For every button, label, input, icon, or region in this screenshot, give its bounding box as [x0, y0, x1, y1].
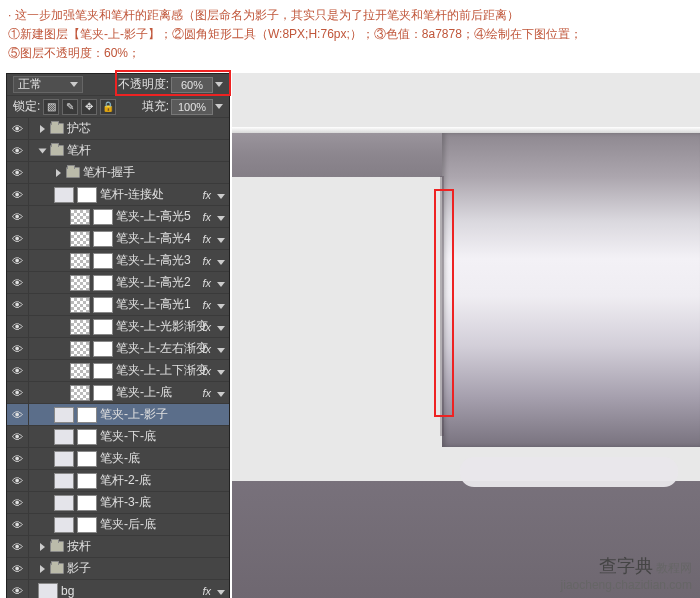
layer-name[interactable]: 笔夹-后-底	[100, 516, 156, 533]
chevron-down-icon[interactable]	[215, 82, 223, 87]
visibility-toggle[interactable]: 👁	[7, 206, 29, 228]
fx-badge[interactable]: fx	[202, 365, 225, 377]
layer-thumbnail[interactable]	[54, 451, 74, 467]
layer-name[interactable]: bg	[61, 584, 74, 598]
opacity-input[interactable]: 60%	[171, 77, 213, 93]
layer-mask-thumbnail[interactable]	[93, 297, 113, 313]
visibility-toggle[interactable]: 👁	[7, 558, 29, 580]
fx-badge[interactable]: fx	[202, 299, 225, 311]
layer-mask-thumbnail[interactable]	[93, 319, 113, 335]
layer-row[interactable]: 👁笔夹-上-高光1fx	[7, 294, 229, 316]
layer-row[interactable]: 👁笔夹-上-影子	[7, 404, 229, 426]
disclosure-arrow-icon[interactable]	[40, 125, 45, 133]
layer-row[interactable]: 👁笔夹-下-底	[7, 426, 229, 448]
layer-name[interactable]: 笔夹-上-高光3	[116, 252, 191, 269]
layer-thumbnail[interactable]	[54, 187, 74, 203]
layer-mask-thumbnail[interactable]	[77, 451, 97, 467]
layer-name[interactable]: 笔夹-下-底	[100, 428, 156, 445]
layer-mask-thumbnail[interactable]	[93, 209, 113, 225]
layer-row[interactable]: 👁笔夹-后-底	[7, 514, 229, 536]
layer-thumbnail[interactable]	[70, 363, 90, 379]
layer-row[interactable]: 👁笔夹-上-高光3fx	[7, 250, 229, 272]
visibility-toggle[interactable]: 👁	[7, 536, 29, 558]
layer-row[interactable]: 👁影子	[7, 558, 229, 580]
layer-row[interactable]: 👁笔杆-3-底	[7, 492, 229, 514]
layer-name[interactable]: 笔夹-上-高光4	[116, 230, 191, 247]
layer-thumbnail[interactable]	[54, 407, 74, 423]
layer-name[interactable]: 笔夹-上-左右渐变	[116, 340, 208, 357]
layer-thumbnail[interactable]	[70, 275, 90, 291]
layer-thumbnail[interactable]	[54, 473, 74, 489]
lock-all-icon[interactable]: 🔒	[100, 99, 116, 115]
fx-badge[interactable]: fx	[202, 387, 225, 399]
visibility-toggle[interactable]: 👁	[7, 382, 29, 404]
layer-mask-thumbnail[interactable]	[77, 429, 97, 445]
layer-name[interactable]: 笔杆-3-底	[100, 494, 151, 511]
visibility-toggle[interactable]: 👁	[7, 360, 29, 382]
layer-row[interactable]: 👁护芯	[7, 118, 229, 140]
visibility-toggle[interactable]: 👁	[7, 426, 29, 448]
layer-row[interactable]: 👁笔夹-上-高光4fx	[7, 228, 229, 250]
layer-row[interactable]: 👁笔夹-上-底fx	[7, 382, 229, 404]
layer-row[interactable]: 👁笔夹-上-高光5fx	[7, 206, 229, 228]
layer-row[interactable]: 👁bgfx	[7, 580, 229, 598]
layer-mask-thumbnail[interactable]	[77, 517, 97, 533]
layer-thumbnail[interactable]	[70, 253, 90, 269]
layer-name[interactable]: 笔夹-上-底	[116, 384, 172, 401]
layer-thumbnail[interactable]	[70, 319, 90, 335]
fx-badge[interactable]: fx	[202, 255, 225, 267]
fill-input[interactable]: 100%	[171, 99, 213, 115]
visibility-toggle[interactable]: 👁	[7, 514, 29, 536]
layer-mask-thumbnail[interactable]	[93, 253, 113, 269]
layer-row[interactable]: 👁笔夹-上-高光2fx	[7, 272, 229, 294]
fx-badge[interactable]: fx	[202, 343, 225, 355]
visibility-toggle[interactable]: 👁	[7, 272, 29, 294]
layer-row[interactable]: 👁笔夹-底	[7, 448, 229, 470]
layer-name[interactable]: 笔夹-上-影子	[100, 406, 168, 423]
layer-row[interactable]: 👁笔夹-上-左右渐变fx	[7, 338, 229, 360]
layer-name[interactable]: 笔杆	[67, 142, 91, 159]
fx-badge[interactable]: fx	[202, 585, 225, 597]
layer-mask-thumbnail[interactable]	[77, 187, 97, 203]
layer-row[interactable]: 👁笔夹-上-上下渐变fx	[7, 360, 229, 382]
layer-row[interactable]: 👁按杆	[7, 536, 229, 558]
layer-name[interactable]: 笔夹-上-上下渐变	[116, 362, 208, 379]
disclosure-arrow-icon[interactable]	[56, 169, 61, 177]
layer-name[interactable]: 笔夹-底	[100, 450, 140, 467]
layer-name[interactable]: 笔杆-握手	[83, 164, 135, 181]
layer-row[interactable]: 👁笔杆	[7, 140, 229, 162]
layer-thumbnail[interactable]	[70, 385, 90, 401]
disclosure-arrow-icon[interactable]	[40, 565, 45, 573]
layer-name[interactable]: 笔夹-上-高光1	[116, 296, 191, 313]
layer-name[interactable]: 笔夹-上-高光5	[116, 208, 191, 225]
fx-badge[interactable]: fx	[202, 189, 225, 201]
layer-thumbnail[interactable]	[70, 209, 90, 225]
visibility-toggle[interactable]: 👁	[7, 448, 29, 470]
blend-mode-select[interactable]: 正常	[13, 76, 83, 93]
visibility-toggle[interactable]: 👁	[7, 492, 29, 514]
fx-badge[interactable]: fx	[202, 321, 225, 333]
layer-name[interactable]: 按杆	[67, 538, 91, 555]
visibility-toggle[interactable]: 👁	[7, 316, 29, 338]
layer-mask-thumbnail[interactable]	[93, 231, 113, 247]
layer-name[interactable]: 影子	[67, 560, 91, 577]
disclosure-arrow-icon[interactable]	[40, 543, 45, 551]
layer-row[interactable]: 👁笔夹-上-光影渐变fx	[7, 316, 229, 338]
visibility-toggle[interactable]: 👁	[7, 338, 29, 360]
layer-name[interactable]: 笔杆-2-底	[100, 472, 151, 489]
visibility-toggle[interactable]: 👁	[7, 228, 29, 250]
layer-name[interactable]: 笔夹-上-光影渐变	[116, 318, 208, 335]
layer-thumbnail[interactable]	[70, 231, 90, 247]
visibility-toggle[interactable]: 👁	[7, 184, 29, 206]
layer-thumbnail[interactable]	[54, 495, 74, 511]
lock-transparency-icon[interactable]: ▨	[43, 99, 59, 115]
layer-mask-thumbnail[interactable]	[93, 341, 113, 357]
lock-brush-icon[interactable]: ✎	[62, 99, 78, 115]
layer-thumbnail[interactable]	[70, 297, 90, 313]
layer-name[interactable]: 护芯	[67, 120, 91, 137]
visibility-toggle[interactable]: 👁	[7, 250, 29, 272]
chevron-down-icon[interactable]	[215, 104, 223, 109]
layer-name[interactable]: 笔杆-连接处	[100, 186, 164, 203]
layer-name[interactable]: 笔夹-上-高光2	[116, 274, 191, 291]
disclosure-arrow-icon[interactable]	[39, 148, 47, 153]
